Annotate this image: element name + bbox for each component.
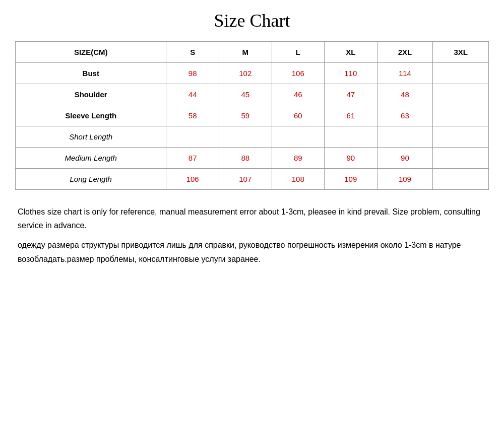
note-russian: одежду размера структуры приводится лишь… [18, 238, 486, 265]
notes-section: Clothes size chart is only for reference… [15, 205, 489, 266]
cell-r0-c0: 98 [166, 63, 219, 84]
col-header-4: XL [325, 42, 377, 63]
cell-r0-c1: 102 [219, 63, 272, 84]
cell-r3-c2 [272, 126, 325, 148]
row-label-4: Medium Length [16, 148, 166, 169]
table-row: Long Length106107108109109 [16, 169, 489, 190]
cell-r5-c0: 106 [166, 169, 219, 190]
table-row: Medium Length8788899090 [16, 148, 489, 169]
cell-r5-c2: 108 [272, 169, 325, 190]
cell-r1-c2: 46 [272, 84, 325, 105]
cell-r5-c1: 107 [219, 169, 272, 190]
cell-r4-c3: 90 [325, 148, 377, 169]
table-row: Bust98102106110114 [16, 63, 489, 84]
cell-r2-c2: 60 [272, 105, 325, 126]
row-label-0: Bust [16, 63, 166, 84]
col-header-3: L [272, 42, 325, 63]
cell-r2-c5 [433, 105, 489, 126]
cell-r3-c4 [377, 126, 433, 148]
note-english: Clothes size chart is only for reference… [18, 205, 486, 232]
row-label-5: Long Length [16, 169, 166, 190]
col-header-2: M [219, 42, 272, 63]
cell-r2-c3: 61 [325, 105, 377, 126]
cell-r1-c3: 47 [325, 84, 377, 105]
cell-r2-c4: 63 [377, 105, 433, 126]
page-title: Size Chart [15, 10, 489, 31]
col-header-6: 3XL [433, 42, 489, 63]
cell-r0-c5 [433, 63, 489, 84]
cell-r3-c5 [433, 126, 489, 148]
cell-r4-c2: 89 [272, 148, 325, 169]
row-label-2: Sleeve Length [16, 105, 166, 126]
cell-r5-c3: 109 [325, 169, 377, 190]
table-row: Short Length [16, 126, 489, 148]
cell-r2-c0: 58 [166, 105, 219, 126]
cell-r3-c1 [219, 126, 272, 148]
row-label-1: Shoulder [16, 84, 166, 105]
row-label-3: Short Length [16, 126, 166, 148]
cell-r4-c0: 87 [166, 148, 219, 169]
cell-r4-c4: 90 [377, 148, 433, 169]
cell-r5-c4: 109 [377, 169, 433, 190]
cell-r1-c4: 48 [377, 84, 433, 105]
table-row: Shoulder4445464748 [16, 84, 489, 105]
cell-r1-c0: 44 [166, 84, 219, 105]
cell-r4-c1: 88 [219, 148, 272, 169]
col-header-0: SIZE(CM) [16, 42, 166, 63]
cell-r1-c1: 45 [219, 84, 272, 105]
cell-r2-c1: 59 [219, 105, 272, 126]
cell-r3-c3 [325, 126, 377, 148]
cell-r0-c3: 110 [325, 63, 377, 84]
table-header-row: SIZE(CM)SMLXL2XL3XL [16, 42, 489, 63]
cell-r1-c5 [433, 84, 489, 105]
size-chart-table: SIZE(CM)SMLXL2XL3XL Bust98102106110114Sh… [15, 41, 489, 190]
cell-r3-c0 [166, 126, 219, 148]
cell-r5-c5 [433, 169, 489, 190]
table-row: Sleeve Length5859606163 [16, 105, 489, 126]
cell-r0-c4: 114 [377, 63, 433, 84]
cell-r4-c5 [433, 148, 489, 169]
cell-r0-c2: 106 [272, 63, 325, 84]
col-header-5: 2XL [377, 42, 433, 63]
col-header-1: S [166, 42, 219, 63]
